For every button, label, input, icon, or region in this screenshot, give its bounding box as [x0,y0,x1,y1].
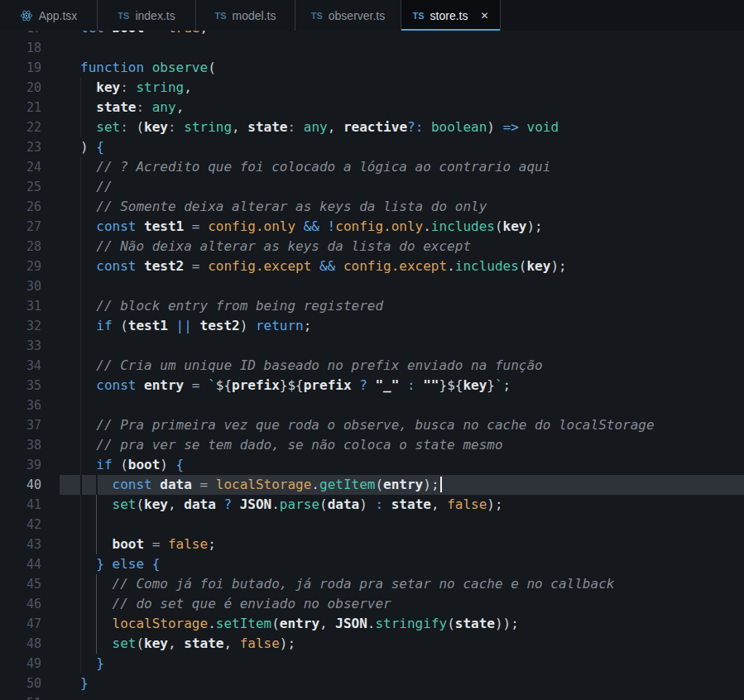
code-text: if (boot) { [60,455,744,475]
code-line[interactable]: 33 [0,336,744,356]
code-line[interactable]: 31 // block entry from being registered [0,296,744,316]
token: ( [208,60,216,75]
code-line[interactable]: 48 set(key, state, false); [0,634,744,654]
code-line[interactable]: 30 [0,276,744,296]
code-text: ) { [60,137,744,157]
token: "" [423,377,439,393]
tab-observer-ts[interactable]: TSobserver.ts [295,0,401,31]
code-text: let boot = true; [60,31,744,38]
code-line[interactable]: 20 key: string, [0,78,744,98]
tab-App-tsx[interactable]: App.tsx [0,0,98,31]
line-number: 29 [0,257,60,276]
code-line[interactable]: 22 set: (key: string, state: any, reacti… [0,117,744,137]
code-line[interactable]: 27 const test1 = config.only && !config.… [0,217,744,237]
code-line[interactable]: 17let boot = true; [0,31,744,38]
code-line[interactable]: 46 // do set que é enviado no observer [0,594,744,614]
code-text: // Não deixa alterar as keys da lista do… [60,237,744,257]
token [80,556,96,572]
line-number: 51 [0,693,60,700]
tab-bar: App.tsxTSindex.tsTSmodel.tsTSobserver.ts… [0,0,744,31]
line-number: 18 [0,38,60,58]
line-number: 28 [0,237,60,257]
code-line[interactable]: 49 } [0,654,744,674]
token: JSON [335,616,367,631]
line-number: 48 [0,634,60,654]
token: = [192,218,208,234]
close-icon[interactable]: ✕ [480,11,488,21]
code-line[interactable]: 37 // Pra primeira vez que roda o observ… [0,415,744,435]
token: boot [113,31,152,36]
code-line[interactable]: 19function observe( [0,58,744,78]
token [128,79,137,95]
line-number: 37 [0,415,60,435]
token [80,119,96,135]
tab-label: store.ts [430,9,468,22]
code-text: set(key, data ? JSON.parse(data) : state… [60,495,744,515]
code-line[interactable]: 45 // Como já foi butado, já roda pra se… [0,574,744,594]
token: key [463,377,487,393]
code-line[interactable]: 21 state: any, [0,98,744,117]
tab-store-ts[interactable]: TSstore.ts✕ [401,0,501,31]
token: data [328,496,360,512]
token: JSON [240,496,272,512]
line-number: 25 [0,177,60,197]
code-line[interactable]: 34 // Cria um unique ID baseado no prefi… [0,356,744,376]
tab-model-ts[interactable]: TSmodel.ts [196,0,295,31]
token: , [319,616,335,631]
code-line[interactable]: 26 // Somente deixa alterar as keys da l… [0,197,744,217]
code-line[interactable]: 18 [0,38,744,58]
token: ` [495,377,503,393]
token: test1 [128,318,176,333]
code-line[interactable]: 41 set(key, data ? JSON.parse(data) : st… [0,495,744,515]
code-line[interactable]: 40 const data = localStorage.getItem(ent… [0,475,744,495]
code-line[interactable]: 32 if (test1 || test2) return; [0,316,744,336]
token: ) [80,139,96,155]
code-line[interactable]: 35 const entry = `${prefix}${prefix ? "_… [0,376,744,396]
code-line[interactable]: 38 // pra ver se tem dado, se não coloca… [0,435,744,455]
code-line[interactable]: 44 } else { [0,554,744,574]
token: ( [447,616,455,631]
token: config.only [208,218,304,234]
token: // block entry from being registered [80,298,383,314]
token: , [168,496,184,512]
token: boot [113,536,152,552]
token: ); [526,218,542,234]
token: } [487,377,495,393]
code-line[interactable]: 51 [0,693,744,700]
token: ( [375,477,383,492]
token: , [431,496,447,512]
token: false [447,496,487,512]
code-line[interactable]: 29 const test2 = config.except && config… [0,257,744,276]
code-line[interactable]: 36 [0,396,744,415]
token: ) [160,457,175,472]
line-number: 42 [0,515,60,535]
token: )); [495,616,519,631]
token: : [120,79,128,95]
token: . [367,616,376,631]
token: void [527,119,559,135]
editor[interactable]: 17let boot = true;1819function observe(2… [0,31,744,700]
code-line[interactable]: 43 boot = false; [0,535,744,554]
token: entry [144,377,192,393]
token: // Não deixa alterar as keys da lista do… [80,238,471,254]
token [176,119,185,135]
token: key [144,119,168,135]
code-line[interactable]: 23) { [0,137,744,157]
code-line[interactable]: 39 if (boot) { [0,455,744,475]
tab-label: observer.ts [329,9,385,22]
tab-index-ts[interactable]: TSindex.ts [98,0,196,31]
code-line[interactable]: 24 // ? Acredito que foi colocado a lógi… [0,157,744,177]
token: ( [120,457,128,472]
code-line[interactable]: 25 // [0,177,744,197]
token: // Somente deixa alterar as keys da list… [80,199,487,214]
token: data [184,496,223,512]
code-line[interactable]: 42 [0,515,744,535]
code-line[interactable]: 50} [0,674,744,693]
code-line[interactable]: 47 localStorage.setItem(entry, JSON.stri… [0,614,744,634]
code-line[interactable]: 28 // Não deixa alterar as keys da lista… [0,237,744,257]
token: ; [304,318,312,333]
token: set [113,496,137,512]
token: // pra ver se tem dado, se não coloca o … [80,437,503,453]
token: , [168,635,184,651]
token: state [455,616,495,631]
